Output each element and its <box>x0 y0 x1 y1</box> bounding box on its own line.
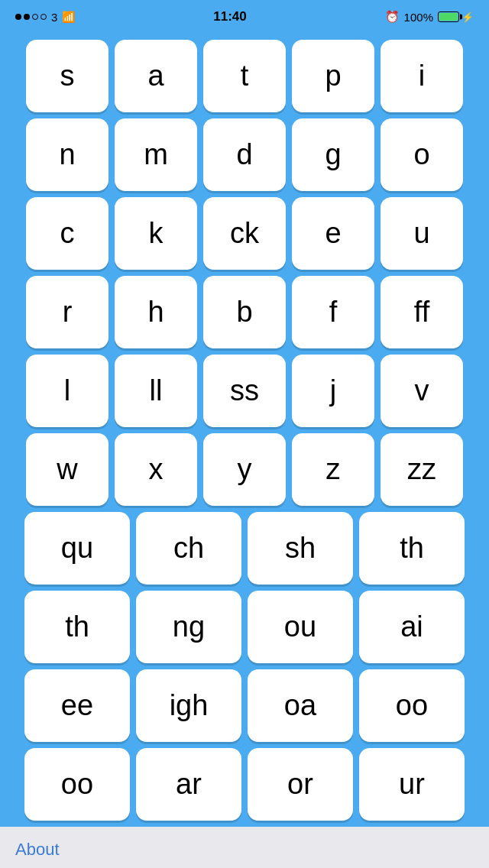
phonic-tile-f[interactable]: f <box>292 276 374 348</box>
phonic-tile-g[interactable]: g <box>292 118 374 191</box>
status-right: ⏰ 100% ⚡ <box>385 10 474 24</box>
phonics-row-0: satpi <box>9 40 480 112</box>
phonic-tile-n[interactable]: n <box>26 118 108 191</box>
signal-dot-2 <box>24 14 30 20</box>
phonic-tile-v[interactable]: v <box>381 355 463 427</box>
phonic-tile-zz[interactable]: zz <box>381 433 463 506</box>
phonic-tile-ss[interactable]: ss <box>203 355 286 427</box>
phonic-tile-u[interactable]: u <box>381 197 463 270</box>
clock: 11:40 <box>213 9 246 24</box>
phonics-row-5: wxyzzz <box>9 433 480 506</box>
battery-icon <box>438 11 459 22</box>
battery-indicator: ⚡ <box>438 11 474 23</box>
phonics-row-1: nmdgo <box>9 118 480 191</box>
signal-dot-1 <box>15 14 21 20</box>
phonic-tile-oo[interactable]: oo <box>24 748 130 821</box>
phonic-tile-oa[interactable]: oa <box>248 669 353 742</box>
phonics-row-6: quchshth <box>9 512 480 585</box>
bolt-icon: ⚡ <box>461 11 474 23</box>
phonic-tile-th[interactable]: th <box>24 591 130 663</box>
phonic-tile-qu[interactable]: qu <box>24 512 130 585</box>
phonic-tile-or[interactable]: or <box>248 748 353 821</box>
phonics-row-9: ooarorur <box>9 748 480 821</box>
phonic-tile-ou[interactable]: ou <box>248 591 353 663</box>
about-link[interactable]: About <box>15 840 60 860</box>
phonic-tile-m[interactable]: m <box>115 118 197 191</box>
signal-dot-3 <box>32 14 38 20</box>
phonic-tile-p[interactable]: p <box>292 40 374 112</box>
battery-percent: 100% <box>404 11 433 24</box>
status-bar: 3 📶 11:40 ⏰ 100% ⚡ <box>0 0 489 34</box>
phonic-tile-sh[interactable]: sh <box>248 512 353 585</box>
phonic-tile-c[interactable]: c <box>26 197 108 270</box>
wifi-icon: 📶 <box>62 11 75 23</box>
alarm-icon: ⏰ <box>385 10 400 24</box>
phonic-tile-ll[interactable]: ll <box>115 355 197 427</box>
battery-fill <box>439 13 458 21</box>
phonic-tile-s[interactable]: s <box>26 40 108 112</box>
signal-indicator <box>15 14 47 20</box>
phonic-tile-r[interactable]: r <box>26 276 108 348</box>
footer: About <box>0 827 489 868</box>
signal-dot-4 <box>40 14 47 20</box>
phonics-row-2: ckckeu <box>9 197 480 270</box>
phonic-tile-ur[interactable]: ur <box>359 748 465 821</box>
phonics-row-7: thngouai <box>9 591 480 663</box>
phonic-tile-x[interactable]: x <box>115 433 197 506</box>
phonic-tile-l[interactable]: l <box>26 355 108 427</box>
phonic-tile-ar[interactable]: ar <box>136 748 241 821</box>
phonic-tile-b[interactable]: b <box>203 276 286 348</box>
phonic-tile-y[interactable]: y <box>203 433 286 506</box>
phonic-tile-oo[interactable]: oo <box>359 669 465 742</box>
phonic-tile-a[interactable]: a <box>115 40 197 112</box>
phonic-tile-w[interactable]: w <box>26 433 108 506</box>
phonic-tile-h[interactable]: h <box>115 276 197 348</box>
phonics-grid: satpinmdgockckeurhbffflllssjvwxyzzzquchs… <box>0 34 489 827</box>
phonics-row-3: rhbfff <box>9 276 480 348</box>
phonic-tile-ee[interactable]: ee <box>24 669 130 742</box>
phonic-tile-igh[interactable]: igh <box>136 669 241 742</box>
phonic-tile-th[interactable]: th <box>359 512 465 585</box>
phonic-tile-ff[interactable]: ff <box>381 276 463 348</box>
phonic-tile-d[interactable]: d <box>203 118 286 191</box>
phonic-tile-i[interactable]: i <box>381 40 463 112</box>
phonics-row-4: lllssjv <box>9 355 480 427</box>
phonic-tile-ck[interactable]: ck <box>203 197 286 270</box>
phonic-tile-k[interactable]: k <box>115 197 197 270</box>
phonic-tile-o[interactable]: o <box>381 118 463 191</box>
phonic-tile-t[interactable]: t <box>203 40 286 112</box>
phonic-tile-ai[interactable]: ai <box>359 591 465 663</box>
carrier-label: 3 <box>51 11 57 24</box>
phonic-tile-z[interactable]: z <box>292 433 374 506</box>
status-left: 3 📶 <box>15 11 75 24</box>
phonic-tile-ch[interactable]: ch <box>136 512 241 585</box>
phonics-row-8: eeighoaoo <box>9 669 480 742</box>
phonic-tile-j[interactable]: j <box>292 355 374 427</box>
phonic-tile-e[interactable]: e <box>292 197 374 270</box>
phonic-tile-ng[interactable]: ng <box>136 591 241 663</box>
